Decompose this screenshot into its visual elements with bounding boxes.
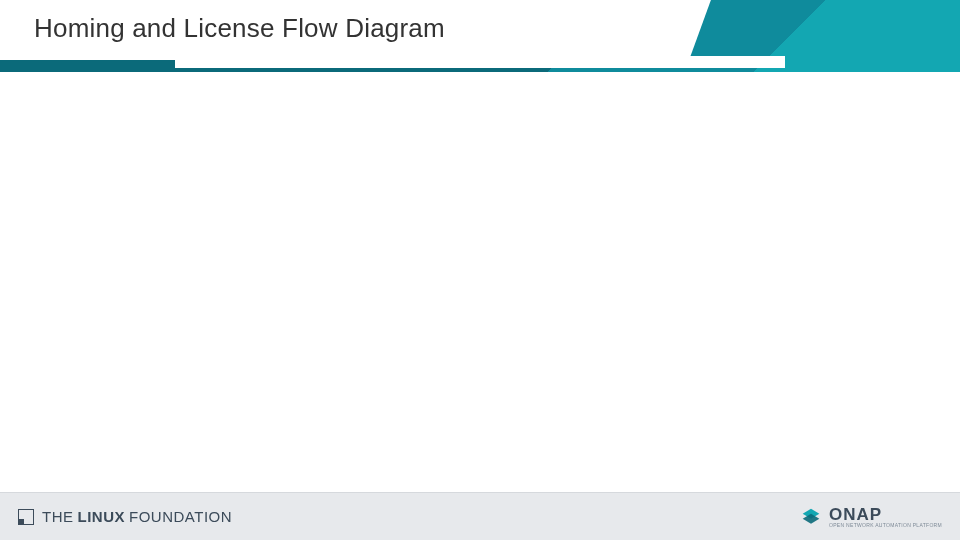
linux-foundation-wordmark: THE LINUX FOUNDATION [42,508,232,525]
onap-wordmark: ONAP OPEN NETWORK AUTOMATION PLATFORM [829,506,942,528]
page-title: Homing and License Flow Diagram [34,8,445,48]
onap-logo: ONAP OPEN NETWORK AUTOMATION PLATFORM [801,506,942,528]
linux-foundation-icon [18,509,34,525]
onap-icon [801,507,821,527]
lf-text-foundation: FOUNDATION [129,508,232,525]
svg-marker-3 [803,513,820,523]
title-bar: Homing and License Flow Diagram [0,0,960,72]
svg-rect-1 [18,519,24,525]
onap-text-main: ONAP [829,506,942,523]
lf-text-linux: LINUX [78,508,126,525]
slide: Homing and License Flow Diagram THE LINU… [0,0,960,540]
slide-body [0,72,960,492]
linux-foundation-logo: THE LINUX FOUNDATION [18,508,232,525]
footer-bar: THE LINUX FOUNDATION ONAP OPEN NETWORK A… [0,492,960,540]
lf-text-the: THE [42,508,74,525]
onap-text-tagline: OPEN NETWORK AUTOMATION PLATFORM [829,523,942,528]
